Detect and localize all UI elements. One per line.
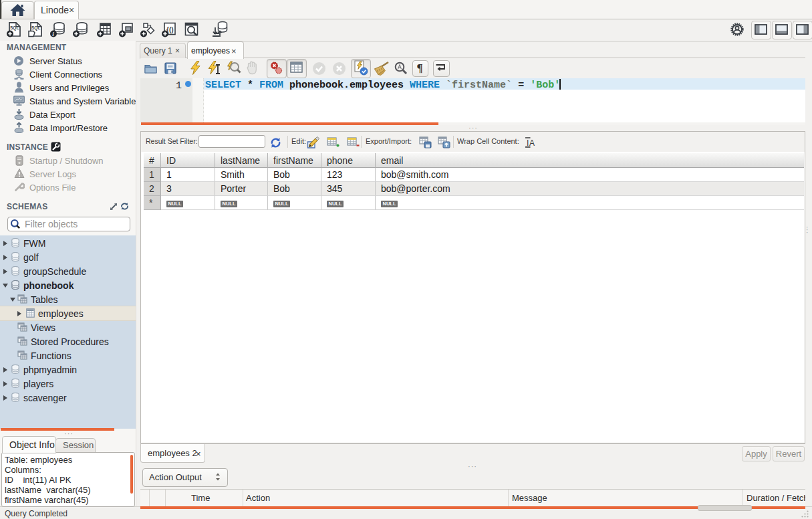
svg-text:A: A — [529, 138, 535, 148]
svg-text:SQL: SQL — [31, 25, 40, 31]
svg-text:SQL: SQL — [10, 25, 19, 31]
svg-text:I: I — [527, 138, 529, 148]
